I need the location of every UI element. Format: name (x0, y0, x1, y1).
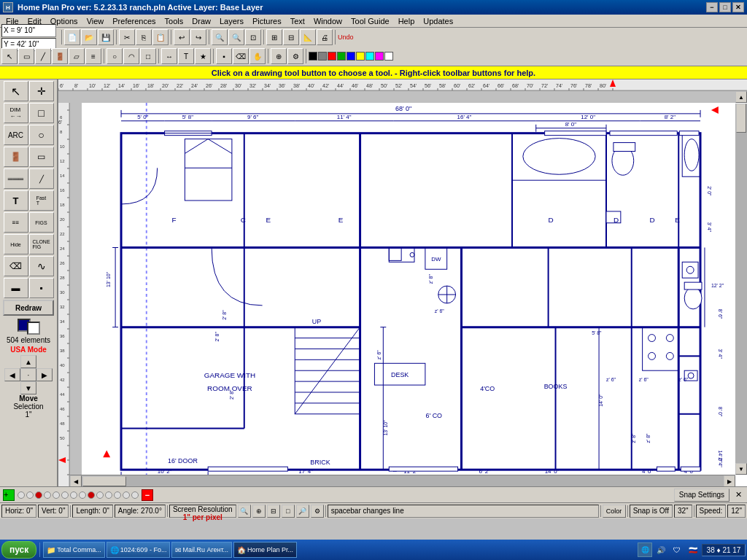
scroll-right-button[interactable]: ▶ (724, 475, 735, 486)
layer-dot-6[interactable] (61, 491, 69, 499)
grid-button[interactable]: ⊞ (266, 29, 282, 45)
layer-dot-4[interactable] (44, 491, 51, 499)
vertical-scrollbar[interactable]: ▲ ▼ (735, 91, 747, 475)
open-button[interactable]: 📂 (81, 29, 97, 45)
symbol-tool[interactable]: ★ (195, 48, 211, 64)
paste-button[interactable]: 📋 (152, 29, 169, 45)
zoom-fit-button[interactable]: ⊡ (245, 29, 261, 45)
layer-dot-13[interactable] (123, 491, 130, 499)
arc-tool[interactable]: ◠ (123, 48, 139, 64)
move-down-button[interactable]: ▼ (20, 381, 36, 394)
measure-button[interactable]: 📐 (300, 29, 316, 45)
layer-dot-2[interactable] (26, 491, 34, 499)
zoom-out-button[interactable]: 🔍 (228, 29, 244, 45)
wall-tool[interactable]: ▭ (18, 48, 34, 64)
zoom-in-button[interactable]: 🔍 (212, 29, 228, 45)
taskbar-btn-homeplan[interactable]: 🏠 Home Plan Pr... (233, 542, 297, 558)
dim-tool-left[interactable]: DIM←→ (4, 103, 28, 123)
scroll-up-button[interactable]: ▲ (735, 91, 747, 103)
window-tool-left[interactable]: ▭ (29, 147, 54, 167)
taskbar-btn-1024[interactable]: 🌐 1024:609 - Fo... (107, 542, 171, 558)
layer-dot-3[interactable] (35, 491, 42, 499)
fill-tool-left[interactable]: ▬ (4, 278, 28, 298)
scroll-track[interactable] (735, 104, 747, 464)
line-tool[interactable]: ╱ (35, 48, 51, 64)
redo-button[interactable]: ↪ (190, 29, 206, 45)
menu-window[interactable]: Window (309, 16, 347, 26)
text-tool[interactable]: T (178, 48, 194, 64)
layer-dot-12[interactable] (114, 491, 121, 499)
pointer-tool[interactable]: ↖ (4, 81, 28, 101)
rect-tool[interactable]: □ (140, 48, 156, 64)
eraser-tool[interactable]: ⌫ (4, 256, 28, 276)
menu-pictures[interactable]: Pictures (248, 16, 286, 26)
snap-settings-button[interactable]: Snap Settings (674, 489, 729, 502)
menu-layers[interactable]: Layers (215, 16, 248, 26)
box-tool-left[interactable]: ▪ (29, 278, 54, 298)
color-red[interactable] (328, 52, 336, 61)
color-magenta[interactable] (375, 52, 384, 61)
move-up-button[interactable]: ▲ (20, 355, 36, 368)
add-layer-btn[interactable]: + (3, 489, 15, 501)
circle-tool-left[interactable]: ○ (29, 125, 54, 145)
layer-dot-9[interactable] (88, 491, 95, 499)
color-blue[interactable] (347, 52, 355, 61)
line-tool-left[interactable]: ╱ (29, 168, 54, 189)
fig-tool[interactable]: FIGS (29, 212, 54, 233)
snap-close-btn[interactable]: ✕ (732, 489, 744, 501)
layer-dot-10[interactable] (96, 491, 104, 499)
start-button[interactable]: пуск (1, 541, 36, 559)
menu-text[interactable]: Text (286, 16, 309, 26)
menu-toolguide[interactable]: Tool Guide (347, 16, 394, 26)
color-button[interactable]: Color (603, 505, 626, 518)
window-tool[interactable]: ▱ (69, 48, 85, 64)
layer-dot-14[interactable] (131, 491, 139, 499)
snap-button[interactable]: ⊟ (283, 29, 299, 45)
cut-button[interactable]: ✂ (119, 29, 135, 45)
layer-dot-7[interactable] (70, 491, 77, 499)
layer-dot-1[interactable] (18, 491, 25, 499)
crosshair-tool[interactable]: ✛ (29, 81, 54, 101)
arc-tool-left[interactable]: ARC (4, 125, 28, 145)
move-right-button[interactable]: ▶ (36, 368, 53, 381)
rect-tool-left[interactable]: □ (29, 103, 54, 123)
menu-preferences[interactable]: Preferences (108, 16, 160, 26)
menu-help[interactable]: Help (394, 16, 419, 26)
stair-tool[interactable]: ≡ (85, 48, 101, 64)
circle-tool[interactable]: ○ (107, 48, 123, 64)
fill-tool[interactable]: ▪ (216, 48, 232, 64)
clone-tool[interactable]: CLONEFIG (29, 234, 54, 254)
close-button[interactable]: ✕ (732, 2, 744, 12)
spline-tool[interactable]: ∿ (29, 256, 54, 276)
taskbar-btn-mail[interactable]: ✉ Mail.Ru Агент... (171, 542, 232, 558)
dim-tool[interactable]: ↔ (161, 48, 177, 64)
hatch-tool[interactable]: ≡≡ (4, 212, 28, 233)
text-tool-left[interactable]: T (4, 190, 28, 211)
title-bar-controls[interactable]: − □ ✕ (706, 2, 744, 12)
layer-dot-11[interactable] (105, 491, 112, 499)
menu-tools[interactable]: Tools (160, 16, 188, 26)
h-scroll-track[interactable] (82, 475, 724, 486)
undo-button[interactable]: ↩ (174, 29, 190, 45)
move-left-button[interactable]: ◀ (4, 368, 20, 381)
erase-tool[interactable]: ⌫ (233, 48, 249, 64)
prop-btn[interactable]: ⚙ (287, 48, 303, 64)
door-tool[interactable]: 🚪 (52, 48, 68, 64)
horizontal-scrollbar[interactable]: ◀ ▶ (70, 475, 735, 486)
color-cyan[interactable] (365, 52, 374, 61)
zoom-btn-2[interactable]: ⊕ (252, 505, 266, 518)
bg-color-swatch[interactable] (27, 322, 40, 335)
wall-tool-left[interactable]: ═══ (4, 168, 28, 189)
copy-button[interactable]: ⎘ (136, 29, 152, 45)
color-yellow[interactable] (356, 52, 365, 61)
redraw-button[interactable]: Redraw (3, 300, 54, 316)
menu-draw[interactable]: Draw (187, 16, 215, 26)
color-green[interactable] (337, 52, 346, 61)
layer-btn[interactable]: ⊕ (271, 48, 287, 64)
zoom-btn-5[interactable]: 🔎 (296, 505, 309, 518)
fasttext-tool[interactable]: FastT (29, 190, 54, 211)
print-button[interactable]: 🖨 (317, 29, 333, 45)
drawing-canvas[interactable]: 68' 0" 5' 0" 5' 8" 9' 6" 11' 4" (82, 103, 747, 486)
new-button[interactable]: 📄 (64, 29, 80, 45)
color-white[interactable] (384, 52, 393, 61)
